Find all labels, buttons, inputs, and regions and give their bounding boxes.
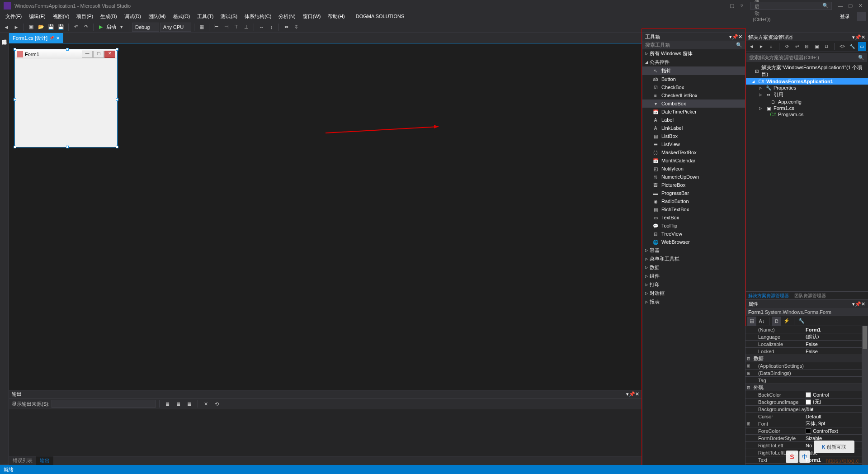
- start-dropdown-icon[interactable]: ▾: [117, 23, 126, 32]
- toolbox-item-maskedtextbox[interactable]: (.)MaskedTextBox: [642, 148, 745, 156]
- toolbox-item-datetimepicker[interactable]: 📅DateTimePicker: [642, 108, 745, 116]
- sln-node-refs[interactable]: ▷▪▪引用: [745, 91, 868, 99]
- toolbox-item-指针[interactable]: ↖指针: [642, 66, 745, 75]
- sln-pin-icon[interactable]: 📌: [855, 34, 861, 40]
- maximize-icon[interactable]: ▢: [846, 3, 854, 9]
- props-pages-icon[interactable]: 🔧: [797, 317, 806, 326]
- nav-back-icon[interactable]: ◄: [2, 23, 11, 32]
- prop-category[interactable]: ⊟数据: [745, 355, 868, 362]
- sln-home-icon[interactable]: ⌂: [767, 42, 775, 51]
- avatar-icon[interactable]: [857, 12, 866, 21]
- menu-arch[interactable]: 体系结构(C): [241, 12, 275, 21]
- props-close-icon[interactable]: ✕: [861, 301, 865, 307]
- menu-test[interactable]: 测试(S): [217, 12, 241, 21]
- redo-icon[interactable]: ↷: [81, 23, 90, 32]
- toolbox-item-picturebox[interactable]: 🖼PictureBox: [642, 181, 745, 189]
- resize-handle[interactable]: [14, 48, 16, 51]
- notification-icon[interactable]: ▢: [728, 3, 736, 9]
- menu-ext[interactable]: DOGMA SOLUTIONS: [352, 13, 408, 20]
- prop-row[interactable]: LockedFalse: [745, 348, 868, 355]
- toolbox-search[interactable]: 搜索工具箱 🔍: [642, 41, 745, 49]
- toolbox-item-listview[interactable]: ☰ListView: [642, 140, 745, 148]
- left-tab-server[interactable]: 服务器资源管理器: [0, 33, 9, 465]
- toolbox-close-icon[interactable]: ✕: [738, 34, 742, 40]
- quicklaunch-input[interactable]: 快速启动 (Ctrl+Q) 🔍: [750, 2, 832, 10]
- platform-combo[interactable]: Any CPU: [160, 23, 191, 32]
- sln-collapse-icon[interactable]: ⊟: [803, 42, 811, 51]
- resize-handle[interactable]: [14, 146, 16, 148]
- minimize-icon[interactable]: —: [836, 3, 844, 9]
- panel-pin-icon[interactable]: 📌: [629, 391, 635, 397]
- resize-handle[interactable]: [116, 98, 118, 101]
- resize-handle[interactable]: [14, 98, 16, 101]
- scrollbar-thumb[interactable]: [863, 326, 867, 349]
- toolbox-item-checkedlistbox[interactable]: ≡CheckedListBox: [642, 91, 745, 100]
- sln-node-program[interactable]: C#Program.cs: [745, 111, 868, 118]
- doctab-form1[interactable]: Form1.cs [设计] 📌 ✕: [9, 33, 63, 43]
- prop-row[interactable]: ⊞(DataBindings): [745, 370, 868, 377]
- sln-search[interactable]: 搜索解决方案资源管理器(Ctrl+;) 🔍: [746, 53, 867, 62]
- output-wrap-icon[interactable]: ≣: [174, 399, 183, 408]
- output-goto-icon[interactable]: ≣: [185, 399, 194, 408]
- resize-handle[interactable]: [66, 48, 69, 51]
- output-clear-icon[interactable]: ≣: [163, 399, 172, 408]
- align-left-icon[interactable]: ⊢: [212, 23, 221, 32]
- designer-surface[interactable]: Form1 — ▢ ✕: [9, 43, 642, 390]
- props-props-icon[interactable]: 🗋: [772, 317, 781, 326]
- menu-team[interactable]: 团队(M): [145, 12, 170, 21]
- start-debug-icon[interactable]: ▶: [96, 23, 105, 32]
- prop-row[interactable]: ⊞Font宋体, 9pt: [745, 420, 868, 427]
- tab-sln-explorer[interactable]: 解决方案资源管理器: [745, 292, 792, 299]
- layout-icon-1[interactable]: ▦: [197, 23, 206, 32]
- save-icon[interactable]: 💾: [47, 23, 56, 32]
- sln-preview-icon[interactable]: ▭: [858, 42, 866, 51]
- pin-icon[interactable]: 📌: [49, 36, 54, 40]
- sln-fwd-icon[interactable]: ►: [757, 42, 765, 51]
- login-link[interactable]: 登录: [836, 12, 854, 21]
- menu-window[interactable]: 窗口(W): [299, 12, 325, 21]
- menu-tools[interactable]: 工具(T): [193, 12, 217, 21]
- sln-close-icon[interactable]: ✕: [861, 34, 865, 40]
- align-top-icon[interactable]: ⊥: [242, 23, 251, 32]
- size-w-icon[interactable]: ⇔: [282, 23, 291, 32]
- toolbox-item-button[interactable]: abButton: [642, 75, 745, 83]
- prop-row[interactable]: LocalizableFalse: [745, 341, 868, 348]
- menu-view[interactable]: 视图(V): [49, 12, 73, 21]
- prop-row[interactable]: ⊞(ApplicationSettings): [745, 362, 868, 370]
- toolbox-item-tooltip[interactable]: 💬ToolTip: [642, 222, 745, 230]
- toolbox-list[interactable]: 所有 Windows 窗体 公共控件 ↖指针abButton☑CheckBox≡…: [642, 49, 745, 465]
- output-body[interactable]: [9, 409, 642, 456]
- toolbox-item-checkbox[interactable]: ☑CheckBox: [642, 83, 745, 91]
- menu-edit[interactable]: 编辑(E): [25, 12, 49, 21]
- output-source-combo[interactable]: [52, 400, 156, 408]
- save-all-icon[interactable]: 💾: [57, 23, 66, 32]
- prop-row[interactable]: ForeColorControlText: [745, 427, 868, 435]
- toolbox-item-linklabel[interactable]: ALinkLabel: [642, 124, 745, 132]
- form-designer-window[interactable]: Form1 — ▢ ✕: [14, 49, 118, 147]
- menu-project[interactable]: 项目(P): [73, 12, 97, 21]
- prop-row[interactable]: (Name)Form1: [745, 326, 868, 333]
- output-toggle-icon[interactable]: ⟲: [212, 399, 222, 408]
- prop-row[interactable]: BackgroundImage(无): [745, 398, 868, 406]
- tab-output[interactable]: 输出: [36, 456, 53, 465]
- sln-node-form[interactable]: ▷▣Form1.cs: [745, 105, 868, 111]
- sln-node-appconfig[interactable]: 🗋App.config: [745, 99, 868, 105]
- toolbox-item-notifyicon[interactable]: ◰NotifyIcon: [642, 165, 745, 173]
- sln-node-solution[interactable]: ⊡解决方案"WindowsFormsApplication1"(1 个项目): [745, 64, 868, 78]
- toolbox-pin-icon[interactable]: 📌: [732, 34, 738, 40]
- form-body[interactable]: [15, 59, 117, 147]
- menu-help[interactable]: 帮助(H): [324, 12, 348, 21]
- sln-node-properties[interactable]: ▷🔧Properties: [745, 85, 868, 91]
- sln-sync-icon[interactable]: ⇄: [793, 42, 801, 51]
- toolbox-cat-allwin[interactable]: 所有 Windows 窗体: [642, 49, 745, 58]
- panel-close-icon[interactable]: ✕: [635, 391, 639, 397]
- toolbox-item-listbox[interactable]: ▤ListBox: [642, 132, 745, 140]
- toolbox-item-monthcalendar[interactable]: 📅MonthCalendar: [642, 156, 745, 165]
- undo-icon[interactable]: ↶: [71, 23, 80, 32]
- toolbox-cat[interactable]: 容器: [642, 246, 745, 255]
- toolbox-item-combobox[interactable]: ▾ComboBox: [642, 100, 745, 108]
- toolbox-cat-common[interactable]: 公共控件: [642, 58, 745, 66]
- sln-node-project[interactable]: ◢C#WindowsFormsApplication1: [745, 78, 868, 85]
- sln-back-icon[interactable]: ◄: [747, 42, 755, 51]
- props-pin-icon[interactable]: 📌: [855, 301, 861, 307]
